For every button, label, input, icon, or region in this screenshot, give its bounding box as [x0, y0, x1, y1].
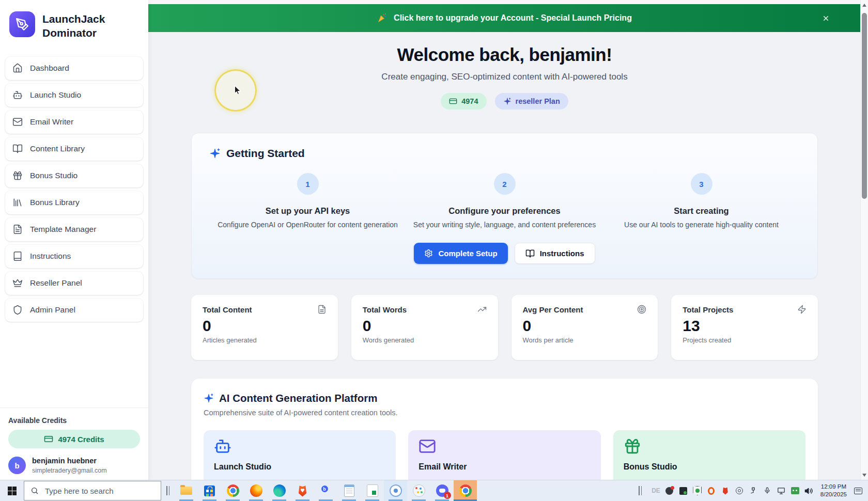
user-profile[interactable]: b benjamin huebner simpletradery@gmail.c…: [8, 457, 140, 474]
taskbar-app-discord[interactable]: 1: [430, 480, 454, 501]
gear-icon: [424, 249, 433, 258]
stat-card-total-content: Total Content 0 Articles generated: [191, 295, 338, 360]
pen-tool-icon: [16, 18, 29, 31]
scrollbar-thumb[interactable]: [862, 13, 867, 199]
tool-card-email-writer[interactable]: Email Writer: [408, 430, 600, 480]
scrollbar-up-arrow[interactable]: [861, 1, 868, 9]
sidebar-item-instructions[interactable]: Instructions: [5, 245, 143, 268]
stat-subtitle: Words generated: [363, 336, 487, 344]
credits-pill: 4974 Credits: [8, 430, 140, 448]
user-email: simpletradery@gmail.com: [32, 467, 107, 474]
search-input[interactable]: [44, 486, 154, 496]
instructions-button[interactable]: Instructions: [515, 243, 595, 264]
getting-started-title: Getting Started: [226, 147, 305, 160]
taskbar-app-chrome-active[interactable]: [454, 480, 477, 501]
file-text-icon: [317, 305, 327, 314]
avatar: b: [8, 457, 26, 474]
sidebar-item-dashboard[interactable]: Dashboard: [5, 57, 143, 80]
start-button[interactable]: [0, 480, 24, 501]
book-open-icon: [12, 144, 23, 154]
chrome-icon: [227, 484, 239, 497]
usb-device-icon[interactable]: [749, 486, 758, 495]
step-title: Configure your preferences: [406, 206, 603, 216]
chrome-icon: [459, 484, 472, 497]
target-icon: [637, 305, 646, 314]
stat-title: Total Projects: [683, 305, 733, 314]
tool-card-launch-studio[interactable]: Launch Studio: [204, 430, 396, 480]
display-icon[interactable]: [777, 486, 786, 495]
taskbar-app-screen-recorder[interactable]: [384, 480, 407, 501]
discord-badge: 1: [444, 492, 451, 499]
stat-card-total-words: Total Words 0 Words generated: [351, 295, 498, 360]
network-app-tray-icon[interactable]: [679, 486, 688, 495]
taskbar-app-paint[interactable]: [407, 480, 430, 501]
step-number: 1: [297, 173, 319, 195]
sidebar-item-template-manager[interactable]: Template Manager: [5, 218, 143, 241]
taskbar-apps: b 1: [175, 480, 477, 501]
shield-icon: [12, 305, 23, 315]
taskbar-app-microsoft-store[interactable]: [198, 480, 221, 501]
taskbar-search[interactable]: [24, 481, 161, 500]
language-indicator[interactable]: DE: [652, 487, 660, 494]
sidebar-item-content-library[interactable]: Content Library: [5, 137, 143, 161]
bot-icon: [214, 437, 385, 455]
taskbar-app-brave[interactable]: [291, 480, 314, 501]
upgrade-banner[interactable]: Click here to upgrade your Account - Spe…: [148, 4, 861, 32]
discord-icon: 1: [436, 484, 448, 497]
scrollbar-down-arrow[interactable]: [861, 471, 868, 479]
defender-shield-icon[interactable]: [693, 486, 702, 495]
platform-subtitle: Comprehensive suite of AI-powered conten…: [204, 409, 805, 420]
close-icon[interactable]: [819, 11, 832, 25]
sidebar-item-bonus-library[interactable]: Bonus Library: [5, 191, 143, 214]
gift-icon: [624, 437, 795, 455]
sidebar-item-reseller-panel[interactable]: Reseller Panel: [5, 272, 143, 295]
clock-time: 12:09 PM: [820, 483, 847, 491]
microphone-icon[interactable]: [763, 486, 772, 495]
page-title: Welcome back, benjamin!: [148, 44, 861, 65]
plan-badge-value: reseller Plan: [516, 97, 560, 105]
gift-icon: [12, 170, 23, 181]
party-popper-icon: [377, 13, 388, 23]
taskbar-app-libreoffice-calc[interactable]: [361, 480, 384, 501]
plan-badge: reseller Plan: [495, 93, 568, 109]
target-tray-icon[interactable]: [735, 486, 744, 495]
complete-setup-button[interactable]: Complete Setup: [414, 243, 507, 264]
sidebar-item-bonus-studio[interactable]: Bonus Studio: [5, 164, 143, 187]
sidebar-item-label: Template Manager: [30, 225, 96, 234]
taskbar-app-chrome[interactable]: [221, 480, 244, 501]
action-center-icon[interactable]: [854, 486, 863, 495]
sidebar-nav: Dashboard Launch Studio Email Writer Con…: [0, 44, 148, 322]
sidebar-item-launch-studio[interactable]: Launch Studio: [5, 84, 143, 107]
screen-recorder-icon: [390, 484, 402, 497]
stat-title: Total Content: [203, 305, 252, 314]
sidebar-item-label: Admin Panel: [30, 305, 75, 315]
taskbar-app-edge[interactable]: [268, 480, 291, 501]
taskbar-clock[interactable]: 12:09 PM 8/20/2025: [818, 483, 849, 498]
tool-card-bonus-studio[interactable]: Bonus Studio: [613, 430, 805, 480]
taskbar-app-chrome-beta[interactable]: b: [314, 480, 337, 501]
taskbar-app-firefox[interactable]: [244, 480, 268, 501]
app-logo-row: LaunchJack Dominator: [0, 0, 148, 44]
opera-tray-icon[interactable]: [707, 486, 716, 495]
crown-icon: [12, 278, 23, 288]
credit-card-icon: [449, 97, 457, 105]
step-title: Set up your API keys: [209, 206, 406, 216]
brave-icon: [298, 485, 308, 497]
credits-badge: 4974: [441, 93, 486, 109]
libreoffice-calc-icon: [367, 484, 378, 497]
sidebar-item-email-writer[interactable]: Email Writer: [5, 111, 143, 134]
credits-value: 4974 Credits: [58, 435, 104, 444]
sidebar-item-admin-panel[interactable]: Admin Panel: [5, 299, 143, 322]
speaker-icon[interactable]: [804, 486, 814, 495]
discord-tray-icon[interactable]: [665, 486, 674, 495]
taskbar-app-notepad[interactable]: [337, 480, 361, 501]
paint-icon: [413, 484, 425, 497]
page-scrollbar: [860, 0, 868, 480]
taskbar-app-file-explorer[interactable]: [175, 480, 198, 501]
stat-title: Avg Per Content: [523, 305, 583, 314]
bot-icon: [12, 90, 23, 100]
ai-platform-card: AI Content Generation Platform Comprehen…: [191, 379, 818, 480]
stat-card-avg-per-content: Avg Per Content 0 Words per article: [512, 295, 658, 360]
green-app-tray-icon[interactable]: [791, 486, 800, 495]
brave-shield-tray-icon[interactable]: [721, 486, 730, 495]
